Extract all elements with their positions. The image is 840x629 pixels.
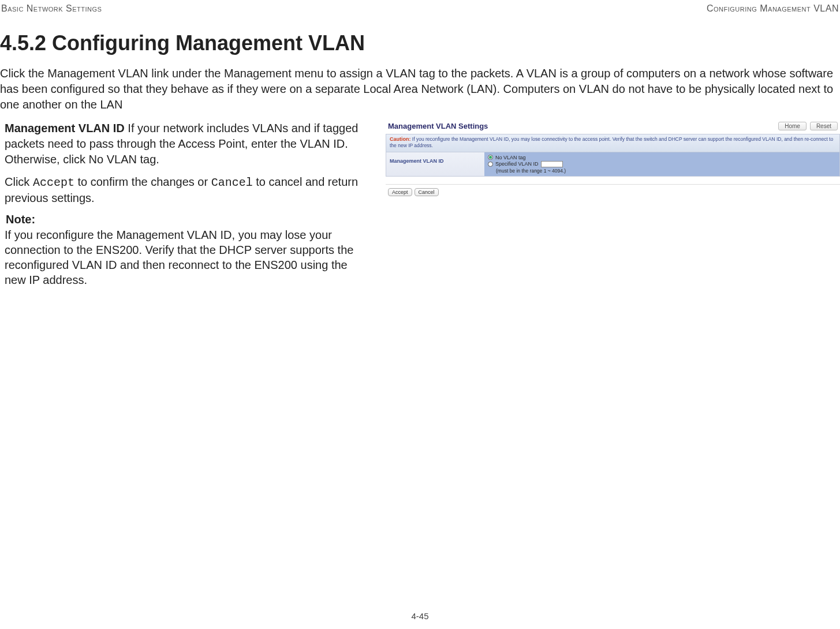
left-column: Management VLAN ID If your network inclu… — [0, 121, 369, 287]
note-label: Note: — [6, 213, 369, 226]
intro-paragraph: Click the Management VLAN link under the… — [0, 66, 840, 113]
section-heading: 4.5.2 Configuring Management VLAN — [0, 31, 840, 55]
option-specified-label: Specified VLAN ID — [495, 161, 539, 167]
action-buttons: Accept Cancel — [386, 187, 840, 197]
caution-text: If you reconfigure the Management VLAN I… — [390, 136, 833, 148]
action-p1: Click — [5, 175, 33, 188]
section-number: 4.5.2 — [0, 31, 46, 55]
caution-label: Caution: — [390, 136, 411, 142]
header-left: Basic Network Settings — [1, 3, 102, 14]
screenshot-header: Management VLAN Settings Home Reset — [386, 121, 840, 134]
header-right: Configuring Management VLAN — [707, 3, 839, 14]
caution-row: Caution: If you reconfigure the Manageme… — [386, 134, 840, 152]
action-paragraph: Click Accept to confirm the changes or C… — [5, 174, 369, 206]
reset-button[interactable]: Reset — [810, 122, 838, 130]
vlan-id-input[interactable] — [541, 161, 563, 167]
home-button[interactable]: Home — [778, 122, 807, 130]
vlan-row-label: Management VLAN ID — [386, 152, 484, 176]
definition-term: Management VLAN ID — [5, 122, 125, 134]
content-columns: Management VLAN ID If your network inclu… — [0, 121, 840, 287]
vlan-row: Management VLAN ID No VLAN tag Specified… — [386, 152, 840, 177]
option-specified-vlan[interactable]: Specified VLAN ID — [488, 161, 836, 167]
screenshot-panel: Management VLAN Settings Home Reset Caut… — [386, 121, 840, 197]
page-running-header: Basic Network Settings Configuring Manag… — [0, 3, 840, 17]
page-number: 4-45 — [0, 611, 840, 621]
screenshot-title: Management VLAN Settings — [388, 122, 488, 130]
vlan-options: No VLAN tag Specified VLAN ID (must be i… — [484, 152, 839, 176]
accept-button[interactable]: Accept — [388, 188, 412, 196]
note-text: If you reconfigure the Management VLAN I… — [5, 227, 369, 287]
section-title-text: Configuring Management VLAN — [52, 31, 365, 55]
definition-paragraph: Management VLAN ID If your network inclu… — [5, 121, 369, 167]
screenshot-header-buttons: Home Reset — [778, 122, 838, 130]
vlan-range-note: (must be in the range 1 ~ 4094.) — [496, 168, 836, 174]
radio-icon[interactable] — [488, 162, 493, 167]
option-no-vlan[interactable]: No VLAN tag — [488, 155, 836, 160]
accept-literal: Accept — [33, 176, 74, 189]
radio-icon[interactable] — [488, 155, 493, 160]
option-no-vlan-label: No VLAN tag — [495, 155, 526, 160]
action-p2: to confirm the changes or — [74, 175, 211, 188]
cancel-button[interactable]: Cancel — [415, 188, 439, 196]
separator — [386, 177, 840, 185]
cancel-literal: Cancel — [211, 176, 253, 189]
